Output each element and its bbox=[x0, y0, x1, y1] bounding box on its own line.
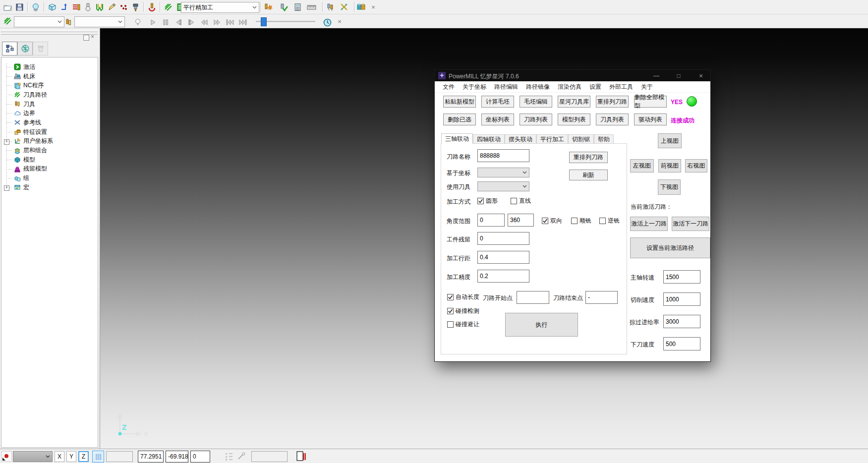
pattern-icon[interactable] bbox=[117, 1, 129, 13]
toolpath-name-input[interactable] bbox=[477, 149, 529, 162]
tree-item-boundaries[interactable]: 边界 bbox=[1, 109, 98, 118]
climb-checkbox[interactable] bbox=[571, 218, 578, 224]
tab-explorer-tree[interactable] bbox=[2, 42, 17, 56]
angle-from-input[interactable] bbox=[477, 214, 505, 227]
coord-z-field[interactable]: 0 bbox=[190, 451, 210, 463]
model-list-button[interactable]: 模型列表 bbox=[558, 114, 590, 125]
rearrange-toolpaths-button[interactable]: 重排列刀路 bbox=[596, 96, 629, 108]
stock-input[interactable] bbox=[477, 232, 529, 245]
angle-to-input[interactable] bbox=[508, 214, 534, 227]
stepover-input[interactable] bbox=[477, 251, 529, 264]
rapid-heights-icon[interactable] bbox=[58, 1, 70, 13]
auto-length-checkbox[interactable] bbox=[447, 294, 454, 300]
rewind-button[interactable] bbox=[198, 16, 210, 28]
tree-item-toolpaths[interactable]: 刀具路径 bbox=[1, 90, 98, 100]
activate-prev-button[interactable]: 激活上一刀路 bbox=[630, 217, 668, 231]
tree-item-tools[interactable]: 刀具 bbox=[1, 100, 98, 109]
tree-item-stock-models[interactable]: 残留模型 bbox=[1, 165, 98, 174]
tool-list-button[interactable]: 刀具列表 bbox=[596, 114, 629, 125]
tolerance-input[interactable] bbox=[477, 270, 529, 283]
open-project-icon[interactable] bbox=[1, 1, 13, 13]
conventional-checkbox[interactable] bbox=[599, 218, 606, 224]
lightbulb-icon[interactable] bbox=[132, 16, 144, 28]
menu-settings[interactable]: 设置 bbox=[585, 83, 605, 91]
tool-flash-icon[interactable] bbox=[262, 1, 274, 13]
menu-path-mirror[interactable]: 路径镜像 bbox=[522, 83, 554, 91]
tab-4axis[interactable]: 四轴联动 bbox=[473, 134, 505, 144]
step-back-button[interactable] bbox=[173, 16, 184, 28]
compute-block-button[interactable]: 计算毛坯 bbox=[481, 96, 514, 108]
drive-list-button[interactable]: 驱动列表 bbox=[634, 114, 667, 125]
skim-feed-input[interactable] bbox=[663, 315, 700, 328]
leads-links-icon[interactable] bbox=[94, 1, 106, 13]
collision-check-checkbox[interactable] bbox=[447, 308, 454, 314]
probe-icon[interactable] bbox=[237, 452, 246, 462]
bidirectional-checkbox[interactable] bbox=[542, 218, 548, 224]
end-point-input[interactable] bbox=[585, 291, 618, 304]
delete-all-models-button[interactable]: 删除全部模型 bbox=[634, 96, 667, 108]
menu-external-tools[interactable]: 外部工具 bbox=[605, 83, 637, 91]
strategy-dropdown[interactable]: 平行精加工 bbox=[181, 2, 259, 13]
expander-plus[interactable]: + bbox=[4, 185, 9, 191]
panel-float-button[interactable] bbox=[83, 35, 89, 41]
tree-item-patterns[interactable]: 参考线 bbox=[1, 118, 98, 127]
cutting-feed-input[interactable] bbox=[663, 292, 700, 306]
speed-slider[interactable] bbox=[256, 21, 315, 23]
close-button[interactable]: × bbox=[694, 70, 708, 81]
play-button[interactable] bbox=[147, 16, 159, 28]
axis-z-toggle[interactable]: Z bbox=[78, 451, 89, 462]
clipboard-icon[interactable] bbox=[296, 451, 306, 463]
collision-avoid-checkbox[interactable] bbox=[447, 321, 454, 328]
pause-button[interactable] bbox=[160, 16, 172, 28]
tool-library-button[interactable]: 星河刀具库 bbox=[558, 96, 590, 108]
save-project-icon[interactable] bbox=[13, 1, 25, 13]
xyz-list-icon[interactable]: xyz bbox=[226, 452, 234, 462]
menu-about[interactable]: 关于 bbox=[637, 83, 657, 91]
maximize-button[interactable]: □ bbox=[671, 70, 686, 81]
mode-circle-checkbox[interactable] bbox=[477, 198, 484, 204]
execute-button[interactable]: 执行 bbox=[505, 313, 578, 337]
toolpath-list-button[interactable]: 刀路列表 bbox=[520, 114, 552, 125]
measure-field[interactable] bbox=[251, 451, 288, 462]
draw-mode-button[interactable] bbox=[1, 451, 12, 462]
tree-item-nc-programs[interactable]: NC程序 bbox=[1, 81, 98, 90]
tree-item-groups[interactable]: 组 bbox=[1, 174, 98, 183]
minimize-button[interactable]: — bbox=[649, 70, 664, 81]
sim-toolpath-dropdown[interactable] bbox=[14, 16, 64, 27]
go-to-end-button[interactable] bbox=[237, 16, 249, 28]
coord-list-button[interactable]: 坐标列表 bbox=[481, 114, 514, 125]
view-bottom-button[interactable]: 下视图 bbox=[658, 179, 681, 195]
view-right-button[interactable]: 右视图 bbox=[685, 159, 707, 173]
spindle-speed-input[interactable] bbox=[663, 270, 700, 284]
activate-next-button[interactable]: 激活下一刀路 bbox=[672, 217, 709, 231]
tree-item-models[interactable]: 模型 bbox=[1, 155, 98, 165]
block-edit-button[interactable]: 毛坯编辑 bbox=[520, 96, 552, 108]
axis-y-toggle[interactable]: Y bbox=[66, 451, 76, 462]
coord-y-field[interactable]: -69.918 bbox=[166, 451, 188, 463]
axis-x-toggle[interactable]: X bbox=[55, 451, 64, 462]
tree-item-activate[interactable]: 激活 bbox=[1, 62, 98, 72]
grid-toggle[interactable] bbox=[92, 451, 104, 463]
ruler-icon[interactable] bbox=[305, 1, 317, 13]
tab-help[interactable]: 帮助 bbox=[594, 134, 614, 144]
pick-filter-dropdown[interactable] bbox=[13, 451, 53, 462]
toolholder-icon[interactable] bbox=[129, 1, 141, 13]
tab-parallel[interactable]: 平行加工 bbox=[536, 134, 568, 144]
tree-item-machine-tool[interactable]: 机床 bbox=[1, 72, 98, 81]
menu-file[interactable]: 文件 bbox=[439, 83, 459, 91]
menu-render-sim[interactable]: 渲染仿真 bbox=[554, 83, 585, 91]
view-front-button[interactable]: 前视图 bbox=[658, 159, 681, 173]
menu-path-edit[interactable]: 路径编辑 bbox=[490, 83, 522, 91]
calculator-icon[interactable] bbox=[291, 1, 303, 13]
tree-item-workplanes[interactable]: +用户坐标系 bbox=[1, 137, 98, 146]
go-to-start-button[interactable] bbox=[224, 16, 236, 28]
view-left-button[interactable]: 左视图 bbox=[630, 159, 654, 173]
refresh-button[interactable]: 刷新 bbox=[569, 170, 608, 180]
tool-pair-icon[interactable] bbox=[324, 1, 336, 13]
paste-new-model-button[interactable]: 粘贴新模型 bbox=[443, 96, 476, 108]
based-coord-dropdown[interactable] bbox=[477, 168, 529, 177]
close-toolbar-button[interactable]: × bbox=[369, 2, 378, 11]
tab-explorer-web[interactable] bbox=[17, 42, 33, 56]
coord-x-field[interactable]: 77.2951 bbox=[138, 451, 164, 463]
tree-item-macros[interactable]: +宏 bbox=[1, 183, 98, 192]
